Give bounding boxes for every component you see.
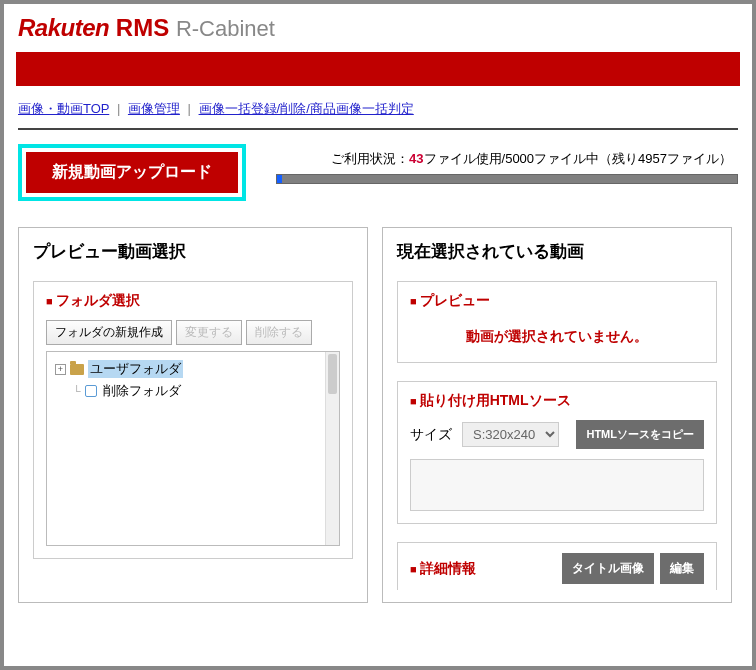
size-select[interactable]: S:320x240 xyxy=(462,422,559,447)
upload-video-button[interactable]: 新規動画アップロード xyxy=(26,152,238,193)
html-source-title: 貼り付け用HTMLソース xyxy=(410,392,704,410)
size-row: サイズ S:320x240 HTMLソースをコピー xyxy=(410,420,704,449)
preview-section: プレビュー 動画が選択されていません。 xyxy=(397,281,717,363)
app-window: Rakuten RMS R-Cabinet 画像・動画TOP | 画像管理 | … xyxy=(4,4,752,666)
delete-folder-button[interactable]: 削除する xyxy=(246,320,312,345)
upload-highlight: 新規動画アップロード xyxy=(18,144,246,201)
expand-icon[interactable]: + xyxy=(55,364,66,375)
tree-scrollbar[interactable] xyxy=(325,352,339,545)
usage-progress-fill xyxy=(277,175,282,183)
html-source-textarea[interactable] xyxy=(410,459,704,511)
usage-status: ご利用状況：43ファイル使用/5000ファイル中（残り4957ファイル） xyxy=(276,144,738,184)
usage-mid1: ファイル使用/ xyxy=(424,151,506,166)
top-row: 新規動画アップロード ご利用状況：43ファイル使用/5000ファイル中（残り49… xyxy=(4,130,752,227)
usage-progress-bar xyxy=(276,174,738,184)
folder-tree[interactable]: + ユーザフォルダ └ 削除フォルダ xyxy=(46,351,340,546)
tree-connector: └ xyxy=(73,385,81,397)
folder-select-section: フォルダ選択 フォルダの新規作成 変更する 削除する + ユーザフォルダ └ xyxy=(33,281,353,559)
folder-icon xyxy=(70,364,84,375)
copy-html-button[interactable]: HTMLソースをコピー xyxy=(576,420,704,449)
brand-rms: RMS xyxy=(116,14,169,41)
title-image-button[interactable]: タイトル画像 xyxy=(562,553,654,584)
change-folder-button[interactable]: 変更する xyxy=(176,320,242,345)
usage-prefix: ご利用状況： xyxy=(331,151,409,166)
edit-button[interactable]: 編集 xyxy=(660,553,704,584)
breadcrumb-link-top[interactable]: 画像・動画TOP xyxy=(18,101,109,116)
trash-icon xyxy=(85,385,97,397)
brand-header: Rakuten RMS R-Cabinet xyxy=(4,4,752,48)
tree-item-trash-folder[interactable]: └ 削除フォルダ xyxy=(51,380,335,402)
breadcrumb: 画像・動画TOP | 画像管理 | 画像一括登録/削除/商品画像一括判定 xyxy=(4,86,752,128)
breadcrumb-link-image-manage[interactable]: 画像管理 xyxy=(128,101,180,116)
detail-header-row: 詳細情報 タイトル画像 編集 xyxy=(410,553,704,584)
brand-rakuten: Rakuten xyxy=(18,14,109,41)
tree-label-user-folder[interactable]: ユーザフォルダ xyxy=(88,360,183,378)
preview-select-title: プレビュー動画選択 xyxy=(33,240,353,263)
usage-mid2: ファイル中（残り xyxy=(534,151,638,166)
no-selection-message: 動画が選択されていません。 xyxy=(410,320,704,350)
preview-section-title: プレビュー xyxy=(410,292,704,310)
create-folder-button[interactable]: フォルダの新規作成 xyxy=(46,320,172,345)
usage-text: ご利用状況：43ファイル使用/5000ファイル中（残り4957ファイル） xyxy=(276,150,738,168)
breadcrumb-sep: | xyxy=(113,101,124,116)
folder-select-title: フォルダ選択 xyxy=(46,292,340,310)
tree-scrollbar-thumb[interactable] xyxy=(328,354,337,394)
two-column-layout: プレビュー動画選択 フォルダ選択 フォルダの新規作成 変更する 削除する + ユ… xyxy=(4,227,752,603)
preview-select-panel: プレビュー動画選択 フォルダ選択 フォルダの新規作成 変更する 削除する + ユ… xyxy=(18,227,368,603)
html-source-section: 貼り付け用HTMLソース サイズ S:320x240 HTMLソースをコピー xyxy=(397,381,717,524)
selected-video-title: 現在選択されている動画 xyxy=(397,240,717,263)
header-red-bar xyxy=(16,52,740,86)
usage-suffix: ファイル） xyxy=(667,151,732,166)
breadcrumb-sep: | xyxy=(184,101,195,116)
size-label: サイズ xyxy=(410,426,452,444)
usage-total: 5000 xyxy=(505,151,534,166)
folder-button-row: フォルダの新規作成 変更する 削除する xyxy=(46,320,340,345)
detail-info-section: 詳細情報 タイトル画像 編集 xyxy=(397,542,717,590)
tree-label-trash-folder[interactable]: 削除フォルダ xyxy=(101,382,183,400)
usage-count: 43 xyxy=(409,151,423,166)
breadcrumb-link-bulk[interactable]: 画像一括登録/削除/商品画像一括判定 xyxy=(199,101,414,116)
detail-button-group: タイトル画像 編集 xyxy=(562,553,704,584)
selected-video-panel: 現在選択されている動画 プレビュー 動画が選択されていません。 貼り付け用HTM… xyxy=(382,227,732,603)
brand-rcabinet: R-Cabinet xyxy=(176,16,275,41)
tree-item-user-folder[interactable]: + ユーザフォルダ xyxy=(51,358,335,380)
detail-info-title: 詳細情報 xyxy=(410,560,476,578)
usage-remaining: 4957 xyxy=(638,151,667,166)
